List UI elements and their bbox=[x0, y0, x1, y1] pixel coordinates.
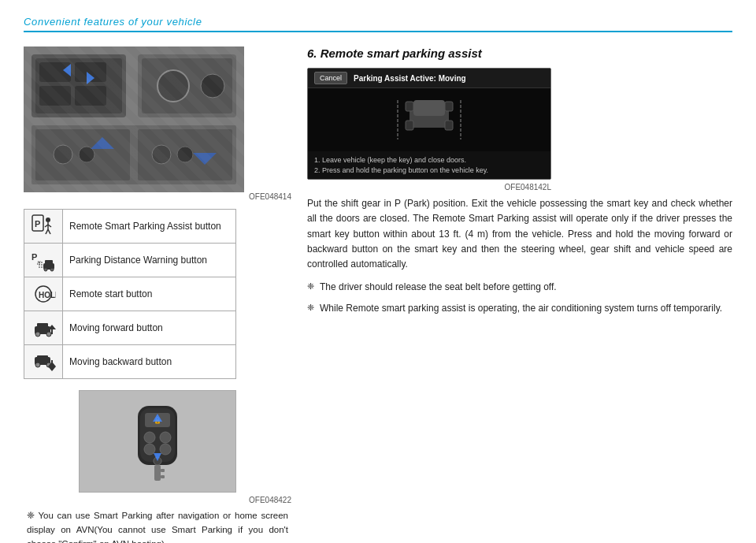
section-title: 6. Remote smart parking assist bbox=[307, 46, 732, 60]
svg-point-34 bbox=[44, 268, 47, 271]
svg-point-11 bbox=[158, 70, 189, 102]
page-header: Convenient features of your vehicle bbox=[24, 16, 732, 32]
icon-cell-backward bbox=[24, 345, 63, 379]
svg-rect-13 bbox=[32, 125, 236, 184]
svg-rect-66 bbox=[161, 469, 165, 472]
svg-marker-21 bbox=[193, 153, 217, 165]
svg-rect-0 bbox=[24, 46, 244, 192]
icon-cell-forward bbox=[24, 311, 63, 345]
svg-rect-73 bbox=[406, 121, 413, 130]
vehicle-controls-image bbox=[24, 46, 244, 192]
svg-rect-70 bbox=[413, 100, 445, 116]
main-body-text: Put the shift gear in P (Park) position.… bbox=[307, 196, 732, 272]
screen-instruction-1: 1. Leave vehicle (keep the key) and clos… bbox=[314, 155, 544, 166]
key-fob-image: 🔒 bbox=[79, 390, 236, 493]
svg-point-24 bbox=[46, 218, 50, 222]
svg-rect-3 bbox=[39, 62, 71, 82]
svg-line-29 bbox=[48, 229, 50, 234]
svg-point-43 bbox=[46, 332, 51, 337]
cancel-button-label: Cancel bbox=[314, 72, 347, 84]
parking-assist-label: Remote Smart Parking Assist button bbox=[63, 210, 236, 244]
image1-reference: OFE048414 bbox=[24, 192, 291, 201]
svg-marker-7 bbox=[63, 64, 71, 76]
screen-title: Parking Assist Active: Moving bbox=[354, 74, 466, 83]
header-title: Convenient features of your vehicle bbox=[24, 16, 202, 28]
svg-rect-10 bbox=[142, 58, 232, 113]
svg-point-48 bbox=[35, 363, 40, 367]
svg-rect-65 bbox=[154, 465, 161, 481]
svg-rect-72 bbox=[445, 102, 453, 111]
svg-point-42 bbox=[35, 332, 40, 337]
svg-point-35 bbox=[50, 268, 54, 271]
image2-reference: OFE048422 bbox=[24, 496, 291, 504]
svg-rect-14 bbox=[35, 129, 130, 180]
bullet-point-1: The driver should release the seat belt … bbox=[307, 280, 732, 295]
svg-rect-1 bbox=[32, 54, 126, 117]
svg-rect-6 bbox=[75, 86, 106, 106]
svg-rect-41 bbox=[37, 323, 48, 328]
left-column: OFE048414 P bbox=[24, 46, 291, 543]
svg-rect-67 bbox=[161, 475, 165, 478]
svg-point-60 bbox=[144, 444, 155, 455]
bullet-point-2: While Remote smart parking assist is ope… bbox=[307, 301, 732, 316]
screen-image-reference: OFE048142L bbox=[307, 183, 551, 192]
table-row: HOLD Remote start button bbox=[24, 277, 236, 311]
usage-note: ❈ You can use Smart Parking after naviga… bbox=[24, 509, 291, 543]
remote-start-icon: HOLD bbox=[31, 281, 56, 307]
svg-rect-4 bbox=[75, 62, 106, 82]
page: Convenient features of your vehicle bbox=[0, 0, 756, 543]
screen-instruction-2: 2. Press and hold the parking button on … bbox=[314, 166, 544, 176]
svg-point-18 bbox=[152, 145, 171, 164]
right-column: 6. Remote smart parking assist Cancel Pa… bbox=[307, 46, 732, 543]
table-row: Moving forward button bbox=[24, 311, 236, 345]
svg-point-58 bbox=[144, 432, 155, 443]
parking-assist-screen: Cancel Parking Assist Active: Moving bbox=[307, 68, 551, 180]
svg-marker-52 bbox=[48, 366, 56, 371]
parking-warning-icon: P // bbox=[31, 247, 56, 273]
button-legend-table: P bbox=[24, 209, 291, 379]
main-content: OFE048414 P bbox=[24, 46, 732, 543]
svg-rect-9 bbox=[138, 54, 236, 117]
icon-cell-remote-start: HOLD bbox=[24, 277, 63, 311]
svg-line-28 bbox=[46, 229, 48, 234]
remote-start-label: Remote start button bbox=[63, 277, 236, 311]
screen-car-display bbox=[308, 88, 550, 151]
svg-rect-74 bbox=[445, 121, 453, 130]
moving-backward-icon bbox=[31, 349, 56, 374]
table-row: Moving backward button bbox=[24, 345, 236, 379]
svg-rect-5 bbox=[39, 86, 71, 106]
svg-rect-33 bbox=[45, 260, 53, 265]
svg-point-59 bbox=[160, 432, 171, 443]
svg-rect-47 bbox=[37, 355, 48, 360]
svg-point-19 bbox=[177, 147, 193, 162]
table-row: P // bbox=[24, 244, 236, 277]
svg-marker-8 bbox=[87, 72, 94, 84]
svg-rect-2 bbox=[35, 58, 122, 113]
svg-point-16 bbox=[54, 145, 72, 164]
parking-warning-label: Parking Distance Warning button bbox=[63, 244, 236, 277]
svg-rect-15 bbox=[138, 129, 232, 180]
icon-cell-parking-assist: P bbox=[24, 210, 63, 244]
svg-text:HOLD: HOLD bbox=[39, 291, 56, 299]
svg-point-12 bbox=[201, 74, 224, 98]
moving-forward-label: Moving forward button bbox=[63, 311, 236, 345]
icon-cell-parking-warning: P // bbox=[24, 244, 63, 277]
svg-rect-71 bbox=[406, 102, 413, 111]
parking-assist-icon: P bbox=[31, 214, 56, 239]
moving-forward-icon bbox=[31, 315, 56, 340]
svg-text:P: P bbox=[35, 219, 40, 229]
svg-marker-20 bbox=[91, 137, 114, 149]
svg-point-17 bbox=[79, 147, 94, 162]
table-row: P bbox=[24, 210, 236, 244]
svg-point-61 bbox=[160, 444, 171, 455]
screen-instructions: 1. Leave vehicle (keep the key) and clos… bbox=[308, 151, 550, 179]
legend-table: P bbox=[24, 209, 236, 379]
moving-backward-label: Moving backward button bbox=[63, 345, 236, 379]
